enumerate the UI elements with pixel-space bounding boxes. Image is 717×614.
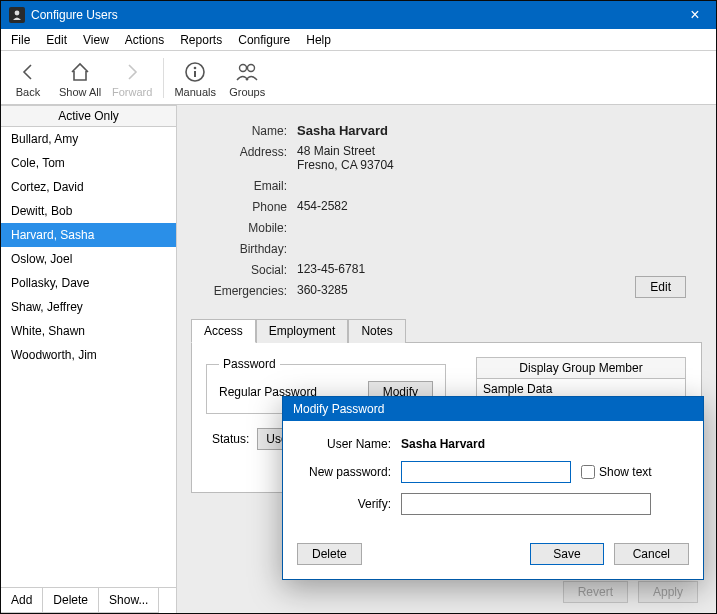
sidebar: Active Only Bullard, AmyCole, TomCortez,… bbox=[1, 105, 177, 613]
menubar: File Edit View Actions Reports Configure… bbox=[1, 29, 716, 51]
tab-notes[interactable]: Notes bbox=[348, 319, 405, 343]
dlg-newpass-label: New password: bbox=[301, 465, 401, 479]
password-legend: Password bbox=[219, 357, 280, 371]
value-emergencies: 360-3285 bbox=[297, 283, 696, 297]
menu-file[interactable]: File bbox=[3, 31, 38, 49]
verify-password-input[interactable] bbox=[401, 493, 651, 515]
svg-point-0 bbox=[15, 11, 20, 16]
user-row[interactable]: Woodworth, Jim bbox=[1, 343, 176, 367]
toolbar: Back Show All Forward Manuals Groups bbox=[1, 51, 716, 105]
user-row[interactable]: Cole, Tom bbox=[1, 151, 176, 175]
dlg-save-button[interactable]: Save bbox=[530, 543, 603, 565]
close-icon[interactable]: × bbox=[682, 6, 708, 24]
app-icon bbox=[9, 7, 25, 23]
display-group-header: Display Group Member bbox=[477, 358, 685, 379]
back-button[interactable]: Back bbox=[7, 58, 49, 98]
menu-edit[interactable]: Edit bbox=[38, 31, 75, 49]
label-mobile: Mobile: bbox=[197, 220, 297, 235]
modify-password-dialog: Modify Password User Name: Sasha Harvard… bbox=[282, 396, 704, 580]
forward-button: Forward bbox=[111, 58, 153, 98]
tab-employment[interactable]: Employment bbox=[256, 319, 349, 343]
user-row[interactable]: White, Shawn bbox=[1, 319, 176, 343]
label-name: Name: bbox=[197, 123, 297, 138]
titlebar: Configure Users × bbox=[1, 1, 716, 29]
chevron-left-icon bbox=[20, 58, 36, 86]
label-social: Social: bbox=[197, 262, 297, 277]
svg-point-4 bbox=[240, 64, 247, 71]
label-emergencies: Emergencies: bbox=[197, 283, 297, 298]
show-text-checkbox-input[interactable] bbox=[581, 465, 595, 479]
user-row[interactable]: Shaw, Jeffrey bbox=[1, 295, 176, 319]
apply-button: Apply bbox=[638, 581, 698, 603]
sidebar-header[interactable]: Active Only bbox=[1, 105, 176, 127]
menu-configure[interactable]: Configure bbox=[230, 31, 298, 49]
window-title: Configure Users bbox=[31, 8, 682, 22]
user-row[interactable]: Harvard, Sasha bbox=[1, 223, 176, 247]
label-email: Email: bbox=[197, 178, 297, 193]
user-row[interactable]: Bullard, Amy bbox=[1, 127, 176, 151]
user-row[interactable]: Pollasky, Dave bbox=[1, 271, 176, 295]
dlg-username-value: Sasha Harvard bbox=[401, 437, 485, 451]
show-button[interactable]: Show... bbox=[99, 588, 159, 613]
home-icon bbox=[68, 58, 92, 86]
user-row[interactable]: Oslow, Joel bbox=[1, 247, 176, 271]
user-details: Name:Sasha Harvard Address:48 Main Stree… bbox=[191, 119, 702, 312]
delete-button[interactable]: Delete bbox=[43, 588, 99, 613]
show-text-label: Show text bbox=[599, 465, 652, 479]
tab-strip: Access Employment Notes bbox=[191, 318, 702, 343]
status-label: Status: bbox=[212, 432, 249, 446]
dlg-delete-button[interactable]: Delete bbox=[297, 543, 362, 565]
manuals-button[interactable]: Manuals bbox=[174, 58, 216, 98]
menu-help[interactable]: Help bbox=[298, 31, 339, 49]
user-row[interactable]: Dewitt, Bob bbox=[1, 199, 176, 223]
tab-access[interactable]: Access bbox=[191, 319, 256, 343]
users-icon bbox=[234, 58, 260, 86]
new-password-input[interactable] bbox=[401, 461, 571, 483]
label-address: Address: bbox=[197, 144, 297, 159]
toolbar-separator bbox=[163, 58, 164, 98]
dlg-verify-label: Verify: bbox=[301, 497, 401, 511]
svg-point-5 bbox=[248, 64, 255, 71]
menu-reports[interactable]: Reports bbox=[172, 31, 230, 49]
show-text-checkbox[interactable]: Show text bbox=[581, 465, 652, 479]
display-group-box: Display Group Member Sample Data bbox=[476, 357, 686, 400]
dialog-title: Modify Password bbox=[283, 397, 703, 421]
label-phone: Phone bbox=[197, 199, 297, 214]
svg-rect-3 bbox=[194, 71, 196, 77]
menu-view[interactable]: View bbox=[75, 31, 117, 49]
content-footer: Revert Apply bbox=[563, 581, 698, 603]
label-birthday: Birthday: bbox=[197, 241, 297, 256]
sidebar-footer: Add Delete Show... bbox=[1, 587, 176, 613]
chevron-right-icon bbox=[124, 58, 140, 86]
menu-actions[interactable]: Actions bbox=[117, 31, 172, 49]
show-all-button[interactable]: Show All bbox=[59, 58, 101, 98]
value-phone: 454-2582 bbox=[297, 199, 696, 213]
add-button[interactable]: Add bbox=[1, 588, 43, 613]
info-icon bbox=[184, 58, 206, 86]
svg-point-2 bbox=[194, 66, 197, 69]
user-row[interactable]: Cortez, David bbox=[1, 175, 176, 199]
value-social: 123-45-6781 bbox=[297, 262, 696, 276]
value-address: 48 Main StreetFresno, CA 93704 bbox=[297, 144, 696, 172]
revert-button: Revert bbox=[563, 581, 628, 603]
user-list: Bullard, AmyCole, TomCortez, DavidDewitt… bbox=[1, 127, 176, 587]
groups-button[interactable]: Groups bbox=[226, 58, 268, 98]
dlg-username-label: User Name: bbox=[301, 437, 401, 451]
value-name: Sasha Harvard bbox=[297, 123, 696, 138]
dlg-cancel-button[interactable]: Cancel bbox=[614, 543, 689, 565]
